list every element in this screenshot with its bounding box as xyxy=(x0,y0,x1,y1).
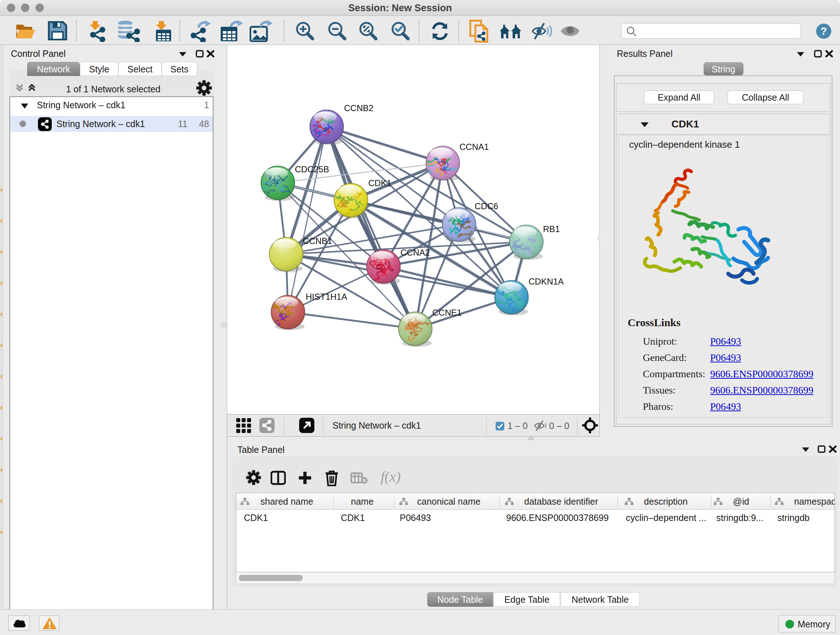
svg-text:CCNB2: CCNB2 xyxy=(344,103,373,113)
svg-text:CDC6: CDC6 xyxy=(475,201,498,211)
svg-text:CCNE1: CCNE1 xyxy=(432,308,462,318)
svg-text:CCNA2: CCNA2 xyxy=(401,248,430,257)
svg-text:CDC25B: CDC25B xyxy=(295,165,329,174)
svg-text:CDKN1A: CDKN1A xyxy=(529,277,564,287)
svg-text:RB1: RB1 xyxy=(543,224,560,234)
svg-text:CCNA1: CCNA1 xyxy=(459,142,489,152)
svg-text:CCNB1: CCNB1 xyxy=(303,236,332,246)
svg-text:CDK1: CDK1 xyxy=(368,178,392,188)
svg-text:?: ? xyxy=(821,25,827,37)
svg-text:HIST1H1A: HIST1H1A xyxy=(306,292,347,302)
